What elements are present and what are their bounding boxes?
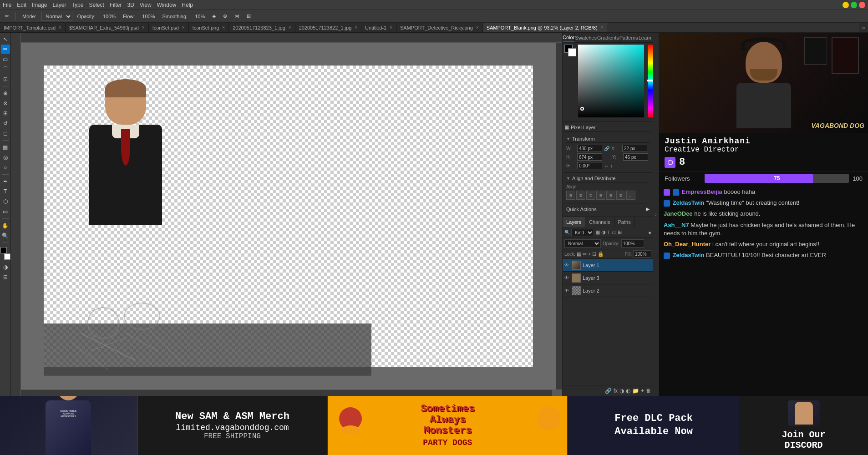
zoom-tool[interactable]: 🔍 — [1, 231, 10, 240]
airbrush-icon[interactable]: ◈ — [210, 12, 218, 20]
document-canvas[interactable] — [21, 43, 556, 389]
tab-close-6[interactable]: × — [390, 25, 392, 30]
tab-3[interactable]: IconSet.png × — [189, 23, 229, 33]
angle-input[interactable] — [577, 162, 602, 169]
menu-item-file[interactable]: File — [3, 2, 11, 8]
vertical-scrollbar[interactable] — [556, 43, 562, 389]
tab-4[interactable]: 20200517123823_1.jpg × — [229, 23, 295, 33]
pixel-layer-header[interactable]: ▦ Pixel Layer — [564, 123, 651, 131]
filter-adj-icon[interactable]: ◑ — [601, 229, 606, 235]
layer-item-0[interactable]: 👁 Layer 1 — [563, 259, 653, 272]
right-collapse-arrow[interactable]: › — [653, 33, 659, 396]
tab-close-0[interactable]: × — [59, 25, 61, 30]
menu-item-select[interactable]: Select — [89, 2, 104, 8]
lock-image-btn[interactable]: ✏ — [583, 251, 587, 257]
tab-5[interactable]: 20200517123822_1.jpg × — [295, 23, 361, 33]
filter-kind-select[interactable]: Kind — [571, 229, 594, 236]
fill-input[interactable] — [633, 250, 651, 258]
quick-actions-header[interactable]: Quick Actions ▶ — [566, 205, 650, 213]
add-mask-btn[interactable]: ◑ — [619, 388, 624, 394]
add-adjustment-btn[interactable]: ◐ — [626, 388, 630, 394]
layer-item-1[interactable]: 👁 Layer 3 — [563, 272, 653, 284]
patterns-tab[interactable]: Patterns — [619, 33, 639, 42]
healing-tool[interactable]: ⊗ — [1, 99, 10, 108]
flip-v-icon[interactable]: ↕ — [610, 163, 613, 168]
maximize-button[interactable] — [851, 2, 857, 8]
screen-mode-btn[interactable]: ⊟ — [1, 273, 10, 282]
tab-7[interactable]: SAMPORT_Detective_Ricky.png × — [396, 23, 483, 33]
align-left-icon[interactable]: ⊟ — [566, 191, 575, 200]
menu-item-window[interactable]: Window — [157, 2, 177, 8]
channels-tab[interactable]: Channels — [585, 217, 614, 227]
height-input[interactable] — [577, 153, 602, 161]
extra-tools[interactable]: ⊞ — [244, 12, 253, 20]
filter-type-icon[interactable]: T — [607, 230, 610, 235]
lock-transparent-btn[interactable]: ▦ — [577, 251, 581, 257]
link-layers-btn[interactable]: 🔗 — [605, 388, 612, 394]
learn-btn[interactable]: Learn — [639, 35, 651, 40]
align-center-h-icon[interactable]: ⊠ — [576, 191, 585, 200]
delete-layer-btn[interactable]: 🗑 — [646, 388, 651, 394]
tab-2[interactable]: IconSet.psd × — [149, 23, 189, 33]
background-box[interactable] — [568, 48, 576, 56]
color-boxes[interactable] — [564, 45, 576, 56]
tab-close-4[interactable]: × — [289, 25, 291, 30]
hue-bar[interactable] — [648, 45, 653, 117]
gradient-tool[interactable]: ▦ — [1, 143, 10, 152]
canvas-area[interactable] — [11, 33, 562, 396]
menu-item-layer[interactable]: Layer — [52, 2, 66, 8]
tab-6[interactable]: Untitled-1 × — [361, 23, 396, 33]
menu-item-type[interactable]: Type — [71, 2, 83, 8]
menu-item-edit[interactable]: Edit — [17, 2, 26, 8]
transform-header[interactable]: ▼ Transform — [566, 135, 650, 143]
lock-all-btn[interactable]: 🔒 — [598, 251, 604, 257]
link-wh-icon[interactable]: 🔗 — [604, 146, 609, 151]
menu-item-image[interactable]: Image — [32, 2, 47, 8]
crop-tool[interactable]: ⊡ — [1, 75, 10, 84]
pen-tool[interactable]: ✒ — [1, 177, 10, 186]
layer-visibility-1[interactable]: 👁 — [564, 275, 570, 280]
blend-mode-select[interactable]: Normal — [564, 239, 601, 248]
layers-tab[interactable]: Layers — [563, 217, 585, 227]
align-bottom-icon[interactable]: ⊠ — [616, 191, 625, 200]
align-right-icon[interactable]: ⊡ — [586, 191, 595, 200]
tab-close-1[interactable]: × — [142, 25, 145, 30]
color-tab[interactable]: Color — [563, 33, 575, 42]
flow-value[interactable]: 100% — [140, 13, 157, 20]
history-tool[interactable]: ↺ — [1, 119, 10, 128]
color-gradient-picker[interactable] — [578, 45, 644, 117]
smoothing-value[interactable]: 10% — [193, 13, 207, 20]
horizontal-scrollbar[interactable] — [21, 389, 552, 396]
menu-item-3d[interactable]: 3D — [127, 2, 134, 8]
symmetry-icon[interactable]: ⋈ — [232, 12, 242, 20]
tab-close-7[interactable]: × — [476, 25, 479, 30]
tab-close-3[interactable]: × — [222, 25, 225, 30]
selection-tool[interactable]: ▭ — [1, 55, 10, 64]
layer-item-2[interactable]: 👁 Layer 2 — [563, 284, 653, 297]
shape-tool[interactable]: ▭ — [1, 207, 10, 216]
filter-smart-icon[interactable]: ⊞ — [618, 229, 622, 235]
gradients-tab[interactable]: Gradients — [597, 33, 619, 42]
tab-close-2[interactable]: × — [182, 25, 185, 30]
pressure-icon[interactable]: ⊛ — [221, 12, 229, 20]
layer-visibility-2[interactable]: 👁 — [564, 288, 570, 293]
x-input[interactable] — [622, 145, 647, 152]
tab-close-8[interactable]: × — [601, 25, 604, 30]
paths-tab[interactable]: Paths — [614, 217, 635, 227]
filter-pixel-icon[interactable]: ▦ — [595, 229, 600, 235]
align-header[interactable]: ▼ Align and Distribute — [566, 175, 650, 182]
swatches-tab[interactable]: Swatches — [575, 33, 597, 42]
new-group-btn[interactable]: 📁 — [632, 388, 639, 394]
close-button[interactable] — [859, 2, 865, 8]
stamp-tool[interactable]: ⊞ — [1, 109, 10, 118]
tabs-more-arrow[interactable]: » — [859, 23, 868, 33]
hand-tool[interactable]: ✋ — [1, 221, 10, 230]
blur-tool[interactable]: ◎ — [1, 153, 10, 162]
flip-h-icon[interactable]: ↔ — [604, 163, 609, 168]
text-tool[interactable]: T — [1, 187, 10, 196]
tab-0[interactable]: IMPORT_Template.psd × — [0, 23, 66, 33]
layer-styles-btn[interactable]: fx — [614, 388, 618, 394]
menu-item-filter[interactable]: Filter — [110, 2, 122, 8]
filter-toggle[interactable]: ● — [648, 230, 651, 235]
filter-shape-icon[interactable]: ▭ — [612, 229, 616, 235]
